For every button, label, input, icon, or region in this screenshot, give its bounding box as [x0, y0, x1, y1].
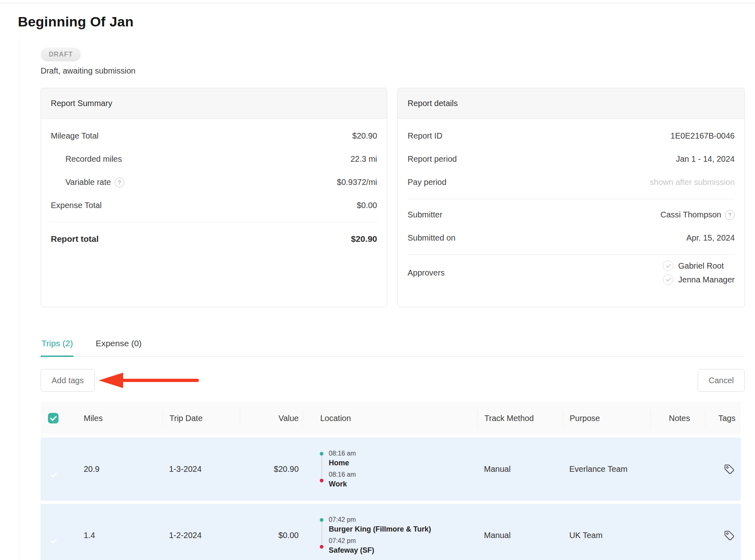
end-time: 07:42 pm: [329, 537, 477, 545]
report-id-label: Report ID: [408, 131, 443, 141]
approved-check-icon: [663, 260, 673, 271]
trip-miles: 20.9: [77, 464, 163, 474]
report-id-row: Report ID 1E0E2167B-0046: [408, 124, 735, 148]
column-header-miles[interactable]: Miles: [77, 410, 163, 426]
status-badge: DRAFT: [41, 48, 81, 61]
trip-date: 1-2-2024: [163, 531, 240, 540]
trip-purpose: Everlance Team: [563, 464, 650, 474]
details-divider-2: [408, 254, 735, 255]
trips-expense-tabs: Trips (2) Expense (0): [41, 339, 745, 357]
pay-period-value: shown after submission: [650, 178, 735, 187]
tag-icon[interactable]: [723, 463, 735, 475]
expense-total-label: Expense Total: [51, 201, 102, 210]
recorded-miles-row: Recorded miles 22.3 mi: [51, 148, 377, 171]
variable-rate-row: Variable rate ? $0.9372/mi: [51, 171, 377, 194]
variable-rate-help-icon[interactable]: ?: [115, 178, 124, 187]
trips-table: Miles Trip Date Value Location Track Met…: [41, 402, 741, 560]
expense-total-value: $0.00: [357, 201, 377, 210]
trip-track-method: Manual: [477, 531, 563, 540]
trips-table-header: Miles Trip Date Value Location Track Met…: [41, 402, 741, 434]
report-summary-card: Report Summary Mileage Total $20.90 Reco…: [41, 88, 387, 307]
timeline-connector: [321, 521, 322, 544]
end-time: 08:16 am: [329, 471, 477, 479]
cards-row: Report Summary Mileage Total $20.90 Reco…: [41, 88, 745, 307]
select-all-checkbox[interactable]: [48, 413, 59, 423]
top-divider: [0, 3, 755, 3]
end-place: Safeway (SF): [329, 545, 477, 556]
trip-track-method: Manual: [477, 464, 563, 474]
tab-trips[interactable]: Trips (2): [41, 339, 74, 357]
report-period-label: Report period: [408, 154, 457, 164]
submitter-label: Submitter: [408, 210, 443, 219]
recorded-miles-label: Recorded miles: [51, 154, 122, 164]
start-dot-icon: [320, 452, 323, 456]
submitted-on-label: Submitted on: [408, 233, 456, 243]
annotation-arrow-icon: [98, 371, 200, 389]
approvers-label: Approvers: [408, 268, 445, 278]
start-place: Home: [329, 458, 477, 468]
trips-toolbar: Add tags Cancel: [41, 369, 745, 392]
column-header-tags[interactable]: Tags: [705, 410, 741, 426]
submitted-on-value: Apr. 15, 2024: [686, 233, 735, 243]
submitted-on-row: Submitted on Apr. 15, 2024: [408, 226, 735, 250]
report-detail-panel: DRAFT Draft, awaiting submission Report …: [20, 38, 755, 560]
trip-value: $20.90: [240, 464, 303, 474]
timeline-connector: [321, 454, 322, 478]
recorded-miles-value: 22.3 mi: [350, 154, 377, 164]
trip-purpose: UK Team: [563, 531, 650, 540]
variable-rate-label: Variable rate: [65, 178, 111, 187]
report-total-value: $20.90: [351, 234, 377, 244]
status-text: Draft, awaiting submission: [41, 66, 745, 76]
cancel-button[interactable]: Cancel: [698, 369, 745, 392]
approver-item: Jenna Manager: [663, 274, 735, 285]
mileage-total-label: Mileage Total: [51, 131, 98, 141]
trip-date: 1-3-2024: [163, 464, 240, 474]
start-time: 08:16 am: [329, 449, 477, 458]
trip-value: $0.00: [240, 531, 303, 540]
end-place: Work: [329, 479, 477, 489]
submitter-help-icon[interactable]: ?: [725, 210, 735, 220]
report-id-value: 1E0E2167B-0046: [670, 131, 735, 141]
approvers-row: Approvers Gabriel Root Jenna Manager: [408, 260, 735, 285]
report-total-label: Report total: [51, 234, 99, 244]
report-details-title: Report details: [398, 88, 744, 119]
trip-location-timeline: 07:42 pm Burger King (Fillmore & Turk) 0…: [320, 516, 477, 556]
approver-name: Jenna Manager: [678, 275, 735, 284]
start-time: 07:42 pm: [329, 516, 477, 524]
report-total-row: Report total $20.90: [51, 226, 377, 252]
approver-name: Gabriel Root: [678, 261, 724, 271]
pay-period-row: Pay period shown after submission: [408, 171, 735, 194]
start-place: Burger King (Fillmore & Turk): [329, 524, 477, 534]
report-period-value: Jan 1 - 14, 2024: [676, 154, 735, 164]
report-details-card: Report details Report ID 1E0E2167B-0046 …: [397, 88, 745, 307]
submitter-value: Cassi Thompson: [660, 210, 721, 219]
pay-period-label: Pay period: [408, 178, 447, 187]
report-summary-title: Report Summary: [41, 88, 387, 119]
variable-rate-value: $0.9372/mi: [337, 178, 377, 187]
trip-miles: 1.4: [77, 531, 163, 540]
tab-expense[interactable]: Expense (0): [95, 339, 142, 356]
column-header-value[interactable]: Value: [240, 410, 303, 426]
column-header-location[interactable]: Location: [303, 410, 477, 426]
column-header-notes[interactable]: Notes: [650, 410, 705, 426]
mileage-total-value: $20.90: [352, 131, 377, 141]
end-dot-icon: [320, 479, 323, 482]
submitter-row: Submitter Cassi Thompson ?: [408, 203, 735, 226]
summary-divider: [51, 222, 377, 222]
add-tags-button[interactable]: Add tags: [41, 369, 95, 392]
report-period-row: Report period Jan 1 - 14, 2024: [408, 148, 735, 171]
column-header-track-method[interactable]: Track Method: [477, 410, 563, 426]
trip-row[interactable]: 20.9 1-3-2024 $20.90 08:16 am Home 08:16…: [41, 438, 741, 501]
details-divider-1: [408, 199, 735, 199]
trip-location-timeline: 08:16 am Home 08:16 am Work: [320, 449, 477, 489]
start-dot-icon: [320, 518, 323, 522]
approved-check-icon: [663, 274, 673, 285]
expense-total-row: Expense Total $0.00: [51, 194, 377, 217]
page-title: Beginning Of Jan: [18, 14, 755, 30]
mileage-total-row: Mileage Total $20.90: [51, 124, 377, 148]
approver-item: Gabriel Root: [663, 260, 735, 271]
column-header-trip-date[interactable]: Trip Date: [163, 410, 240, 426]
trip-row[interactable]: 1.4 1-2-2024 $0.00 07:42 pm Burger King …: [41, 504, 741, 560]
tag-icon[interactable]: [723, 530, 735, 542]
column-header-purpose[interactable]: Purpose: [563, 410, 650, 426]
